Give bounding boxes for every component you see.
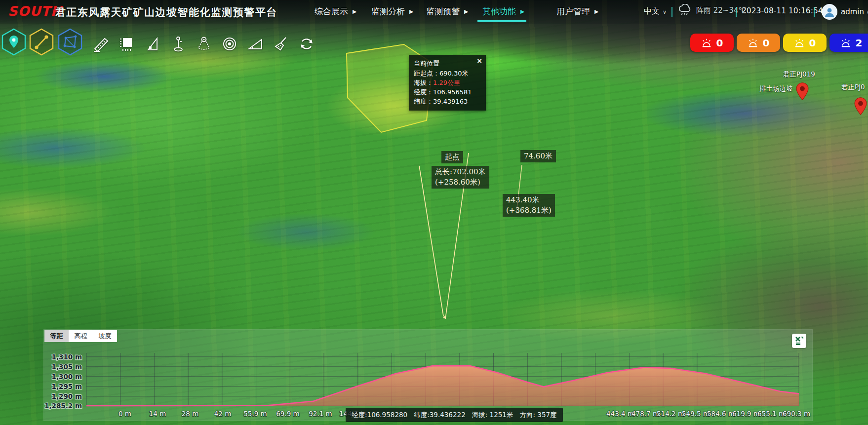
alarm-count: 2 bbox=[856, 37, 863, 49]
ruler-icon bbox=[93, 36, 110, 52]
nav-arrow-icon: ▶ bbox=[520, 8, 524, 15]
tooltip-title: 当前位置 bbox=[414, 59, 481, 68]
map-pin-icon[interactable] bbox=[796, 82, 809, 101]
tab-slope[interactable]: 坡度 bbox=[93, 330, 117, 342]
current-position-tooltip: × 当前位置 距起点：690.30米 海拔：1.29公里 经度：106.9565… bbox=[409, 55, 486, 111]
weather-text: 阵雨 22~34℃ bbox=[696, 6, 747, 15]
siren-icon bbox=[748, 38, 758, 48]
alarm-badge-yellow[interactable]: 0 bbox=[783, 34, 827, 52]
chevron-down-icon: ∨ bbox=[663, 9, 667, 15]
tool-clear-broom-button[interactable] bbox=[273, 36, 289, 52]
south-logo: SOUTH bbox=[8, 3, 62, 19]
excel-export-button[interactable] bbox=[792, 334, 806, 348]
nav-arrow-icon: ▶ bbox=[353, 8, 356, 15]
topbar-divider bbox=[671, 7, 672, 17]
alarm-count: 0 bbox=[716, 37, 723, 49]
status-heading: 方向: 357度 bbox=[519, 411, 556, 420]
alarm-badge-red[interactable]: 0 bbox=[690, 34, 734, 52]
mode-measure-line-button[interactable] bbox=[29, 28, 54, 56]
tool-view-cone-button[interactable] bbox=[196, 36, 212, 52]
tool-refresh-button[interactable] bbox=[298, 36, 315, 52]
nav-other-functions[interactable]: 其他功能▶ bbox=[482, 6, 524, 17]
alarm-badge-blue[interactable]: 2 bbox=[829, 34, 868, 52]
language-selector[interactable]: 中文∨ bbox=[644, 6, 667, 17]
alarm-count: 0 bbox=[763, 37, 770, 49]
tool-slope-triangle-button[interactable] bbox=[247, 36, 264, 52]
measure-label-start: 起点 bbox=[441, 151, 463, 163]
excel-export-icon bbox=[794, 336, 804, 346]
refresh-icon bbox=[298, 36, 315, 52]
chart-tabs: 等距 高程 坡度 bbox=[44, 330, 117, 342]
mode-location-pin-button[interactable] bbox=[1, 28, 27, 56]
datetime-display: 2023-08-11 10:16:54 bbox=[742, 6, 823, 15]
alarm-badge-orange[interactable]: 0 bbox=[737, 34, 780, 52]
tool-ruler-button[interactable] bbox=[93, 36, 110, 52]
person-icon bbox=[824, 6, 835, 18]
status-elevation: 海拔: 1251米 bbox=[472, 411, 513, 420]
concentric-circles-icon bbox=[221, 36, 238, 52]
page-title: 君正东风露天矿矿山边坡智能化监测预警平台 bbox=[55, 5, 277, 19]
measure-total-delta: (+258.60米) bbox=[435, 177, 486, 188]
tool-area-grid-button[interactable] bbox=[118, 36, 135, 52]
map-pin-icon[interactable] bbox=[854, 97, 867, 116]
measure-total-length: 总长:702.00米 bbox=[435, 167, 486, 177]
status-longitude: 经度:106.958280 bbox=[352, 411, 407, 420]
height-triangle-icon bbox=[144, 36, 161, 52]
tool-height-triangle-button[interactable] bbox=[144, 36, 161, 52]
area-grid-icon bbox=[118, 36, 135, 52]
measure-segment1-text: 74.60米 bbox=[524, 152, 552, 160]
measure-label-segment1: 74.60米 bbox=[520, 150, 556, 162]
tooltip-row-distance: 距起点：690.30米 bbox=[414, 69, 481, 78]
mode-measure-area-button[interactable] bbox=[57, 28, 83, 56]
nav-user-management[interactable]: 用户管理▶ bbox=[556, 6, 598, 17]
flag-point-icon bbox=[170, 36, 187, 52]
user-menu[interactable]: admin∨ bbox=[841, 7, 868, 16]
slope-triangle-icon bbox=[247, 36, 264, 52]
view-cone-icon bbox=[196, 36, 212, 52]
siren-icon bbox=[840, 38, 851, 48]
tooltip-row-elevation: 海拔：1.29公里 bbox=[414, 78, 481, 87]
marker-label-dump-slope[interactable]: 排土场边坡 bbox=[759, 84, 793, 93]
tooltip-row-latitude: 纬度：39.439163 bbox=[414, 97, 481, 106]
tooltip-close-icon[interactable]: × bbox=[476, 56, 482, 66]
measure-segment2-length: 443.40米 bbox=[506, 195, 552, 205]
measure-segment2-delta: (+368.81米) bbox=[506, 205, 552, 216]
user-avatar[interactable] bbox=[822, 4, 837, 20]
nav-monitoring-warning[interactable]: 监测预警▶ bbox=[426, 6, 468, 17]
measure-label-segment2: 443.40米 (+368.81米) bbox=[503, 194, 555, 217]
tool-concentric-circles-button[interactable] bbox=[221, 36, 238, 52]
alarm-count: 0 bbox=[809, 37, 816, 49]
tooltip-row-longitude: 经度：106.956581 bbox=[414, 87, 481, 97]
marker-label-pj019[interactable]: 君正PJ019 bbox=[783, 70, 815, 79]
nav-arrow-icon: ▶ bbox=[409, 8, 413, 15]
nav-monitoring-analysis[interactable]: 监测分析▶ bbox=[371, 6, 413, 17]
nav-arrow-icon: ▶ bbox=[464, 8, 468, 15]
topbar-divider bbox=[814, 7, 815, 17]
tab-elevation[interactable]: 高程 bbox=[69, 330, 93, 342]
topbar-divider bbox=[736, 7, 737, 17]
measure-label-total: 总长:702.00米 (+258.60米) bbox=[432, 166, 489, 189]
nav-comprehensive-display[interactable]: 综合展示▶ bbox=[315, 6, 356, 17]
cursor-status-bar: 经度:106.958280 纬度:39.436222 海拔: 1251米 方向:… bbox=[346, 408, 563, 422]
app-window: 起点 总长:702.00米 (+258.60米) 74.60米 443.40米 … bbox=[0, 0, 868, 425]
top-bar: SOUTH 君正东风露天矿矿山边坡智能化监测预警平台 综合展示▶ 监测分析▶ 监… bbox=[0, 0, 868, 24]
clear-broom-icon bbox=[273, 36, 289, 52]
siren-icon bbox=[701, 38, 712, 48]
tab-equal-distance[interactable]: 等距 bbox=[44, 330, 69, 342]
rain-cloud-icon bbox=[677, 4, 692, 17]
status-latitude: 纬度:39.436222 bbox=[414, 411, 466, 420]
siren-icon bbox=[794, 38, 805, 48]
measure-start-text: 起点 bbox=[445, 153, 460, 161]
tool-flag-point-button[interactable] bbox=[170, 36, 187, 52]
marker-label-pj0-clipped[interactable]: 君正PJ0 bbox=[841, 83, 865, 92]
nav-arrow-icon: ▶ bbox=[594, 8, 598, 15]
